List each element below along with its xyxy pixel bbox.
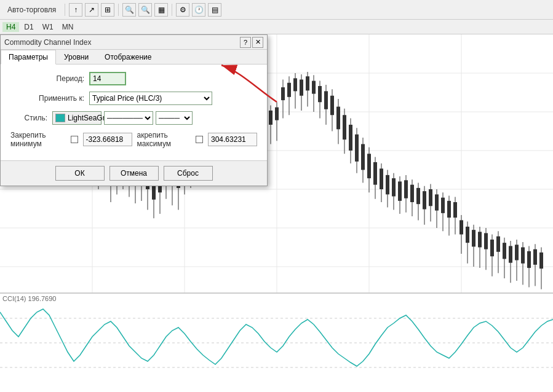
dialog-close-btn[interactable]: ✕ <box>252 37 263 48</box>
apply-label: Применить к: <box>10 94 84 103</box>
toolbar-btn-3[interactable]: ⊞ <box>101 3 114 17</box>
toolbar-btn-zoom-out[interactable]: 🔍 <box>138 3 152 17</box>
toolbar-separator-2 <box>118 4 119 16</box>
toolbar-btn-more[interactable]: ▤ <box>208 3 221 17</box>
period-label: Период: <box>10 74 84 83</box>
max-label: акрепить максимум <box>137 131 191 148</box>
dialog-overlay: Commodity Channel Index ? ✕ Параметры Ур… <box>0 34 553 392</box>
tf-btn-d1[interactable]: D1 <box>20 22 37 32</box>
toolbar-btn-chart[interactable]: ▦ <box>154 3 168 17</box>
line-width-select[interactable]: ──── ━━━━ <box>156 111 193 125</box>
tab-levels[interactable]: Уровни <box>56 50 97 65</box>
tab-display[interactable]: Отображение <box>97 50 159 65</box>
apply-select[interactable]: Close Open High Low Median Price (HL/2) … <box>89 92 212 105</box>
cancel-button[interactable]: Отмена <box>109 166 159 181</box>
style-row: Стиль: LightSeaGreen ▼ ──────── - - - - … <box>10 111 257 125</box>
toolbar-btn-props[interactable]: ⚙ <box>176 3 189 17</box>
dialog-title: Commodity Channel Index <box>4 38 239 47</box>
chart-area: CCI(14) 196.7690 <box>0 34 553 392</box>
max-value-input[interactable] <box>208 133 257 146</box>
color-picker-btn[interactable]: LightSeaGreen ▼ <box>52 111 101 125</box>
dialog-titlebar: Commodity Channel Index ? ✕ <box>1 35 267 50</box>
style-label: Стиль: <box>10 114 47 122</box>
toolbar-btn-2[interactable]: ↗ <box>85 3 98 17</box>
toolbar-btn-clock[interactable]: 🕐 <box>192 3 205 17</box>
period-input[interactable] <box>89 72 126 85</box>
toolbar-separator-3 <box>172 4 172 16</box>
reset-button[interactable]: Сброс <box>164 166 213 181</box>
min-checkbox[interactable] <box>71 136 78 143</box>
toolbar-btn-zoom-in[interactable]: 🔍 <box>122 3 136 17</box>
line-style-select[interactable]: ──────── - - - - - ········· <box>104 111 153 125</box>
tf-btn-w1[interactable]: W1 <box>39 22 57 32</box>
auto-trading-label: Авто-торговля <box>2 6 61 14</box>
timeframe-bar: H4 D1 W1 MN <box>0 20 553 34</box>
min-label: Закрепить минимум <box>10 131 66 148</box>
color-swatch <box>55 114 65 122</box>
tab-parameters[interactable]: Параметры <box>1 50 56 65</box>
max-checkbox[interactable] <box>196 136 203 143</box>
toolbar-separator-1 <box>65 4 65 16</box>
main-container: Авто-торговля ↑ ↗ ⊞ 🔍 🔍 ▦ ⚙ 🕐 ▤ H4 D1 W1… <box>0 0 553 392</box>
dialog-tabs: Параметры Уровни Отображение <box>1 50 267 65</box>
period-row: Период: <box>10 72 257 85</box>
tf-btn-mn[interactable]: MN <box>58 22 78 32</box>
dialog-tab-content: Период: Применить к: Close Open High Low… <box>1 65 267 160</box>
dialog-footer: ОК Отмена Сброс <box>1 160 267 186</box>
ok-button[interactable]: ОК <box>55 166 105 181</box>
toolbar: Авто-торговля ↑ ↗ ⊞ 🔍 🔍 ▦ ⚙ 🕐 ▤ <box>0 0 553 20</box>
apply-row: Применить к: Close Open High Low Median … <box>10 92 257 105</box>
dialog-commodity-channel-index: Commodity Channel Index ? ✕ Параметры Ур… <box>0 34 268 186</box>
toolbar-btn-1[interactable]: ↑ <box>69 3 82 17</box>
min-value-input[interactable] <box>83 133 132 146</box>
tf-btn-h4[interactable]: H4 <box>2 22 19 32</box>
dialog-help-btn[interactable]: ? <box>240 37 251 48</box>
minmax-row: Закрепить минимум акрепить максимум <box>10 131 257 148</box>
